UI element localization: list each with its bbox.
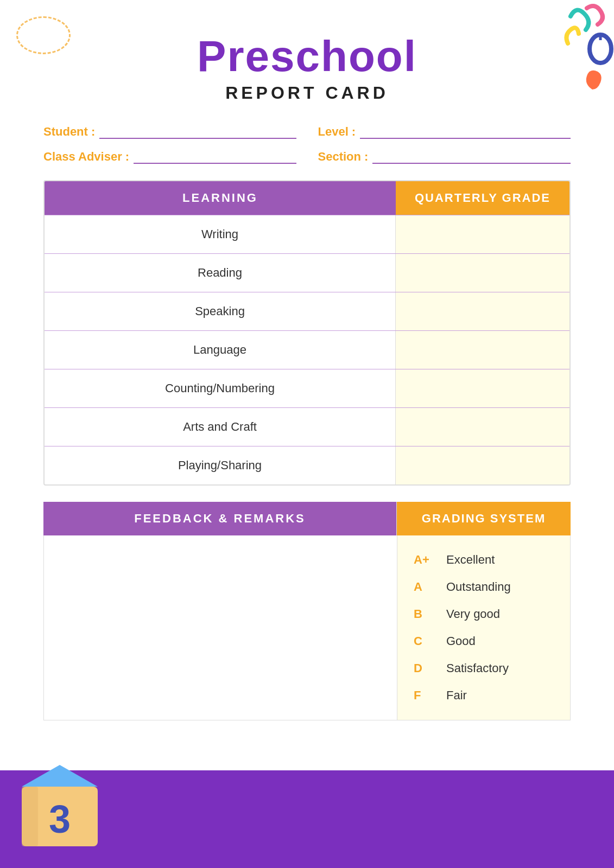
td-grade-cell <box>396 369 569 407</box>
td-grade-cell <box>396 292 569 330</box>
th-grading: GRADING SYSTEM <box>397 502 571 535</box>
td-grade-cell <box>396 331 569 369</box>
grade-rows: A+ Excellent A Outstanding B Very good C… <box>414 546 554 709</box>
student-line <box>99 126 296 139</box>
td-grade-cell <box>396 215 569 253</box>
table-row: Speaking <box>45 292 569 330</box>
grade-desc: Good <box>446 634 476 648</box>
grade-letter: B <box>414 607 435 621</box>
td-subject: Counting/Numbering <box>45 369 396 407</box>
level-row: Level : <box>318 125 571 139</box>
section-label: Section : <box>318 150 369 164</box>
grade-row: C Good <box>414 628 554 655</box>
th-feedback: FEEDBACK & REMARKS <box>43 502 397 535</box>
grade-desc: Satisfactory <box>446 661 509 675</box>
grade-desc: Outstanding <box>446 580 511 594</box>
grade-letter: C <box>414 634 435 648</box>
grade-row: D Satisfactory <box>414 655 554 682</box>
grade-letter: D <box>414 661 435 675</box>
table-row: Reading <box>45 253 569 292</box>
td-grade-cell <box>396 446 569 484</box>
grade-desc: Excellent <box>446 553 495 567</box>
svg-marker-3 <box>22 765 98 787</box>
td-subject: Arts and Craft <box>45 408 396 446</box>
grade-row: F Fair <box>414 682 554 709</box>
table-row: Language <box>45 330 569 369</box>
feedback-body <box>43 535 397 720</box>
grade-row: A+ Excellent <box>414 546 554 573</box>
feedback-col: FEEDBACK & REMARKS <box>43 502 397 720</box>
grade-desc: Very good <box>446 607 500 621</box>
td-subject: Language <box>45 331 396 369</box>
section-row: Section : <box>318 150 571 164</box>
info-section: Student : Class Adviser : Level : Sectio… <box>43 125 571 164</box>
table-row: Playing/Sharing <box>45 446 569 484</box>
grading-body: A+ Excellent A Outstanding B Very good C… <box>397 535 571 720</box>
td-subject: Speaking <box>45 292 396 330</box>
adviser-label: Class Adviser : <box>43 150 129 164</box>
learning-rows: Writing Reading Speaking Language Counti… <box>45 215 569 484</box>
grade-row: B Very good <box>414 601 554 628</box>
deco-top-right <box>484 0 614 119</box>
grade-letter: F <box>414 688 435 703</box>
learning-header-row: LEARNING QUARTERLY GRADE <box>45 181 569 215</box>
grade-letter: A <box>414 580 435 594</box>
deco-cloud <box>16 16 71 54</box>
page: Preschool REPORT CARD Student : Class Ad… <box>0 0 614 868</box>
adviser-line <box>134 151 296 164</box>
td-subject: Playing/Sharing <box>45 446 396 484</box>
svg-text:3: 3 <box>49 797 71 841</box>
section-line <box>372 151 571 164</box>
student-row: Student : <box>43 125 296 139</box>
th-learning: LEARNING <box>45 181 396 215</box>
grade-row: A Outstanding <box>414 573 554 601</box>
td-grade-cell <box>396 408 569 446</box>
th-grade: QUARTERLY GRADE <box>396 181 569 215</box>
info-col-right: Level : Section : <box>318 125 571 164</box>
td-subject: Writing <box>45 215 396 253</box>
grade-desc: Fair <box>446 688 467 703</box>
level-line <box>360 126 571 139</box>
table-row: Arts and Craft <box>45 407 569 446</box>
table-row: Counting/Numbering <box>45 369 569 407</box>
adviser-row: Class Adviser : <box>43 150 296 164</box>
table-row: Writing <box>45 215 569 253</box>
learning-table: LEARNING QUARTERLY GRADE Writing Reading… <box>43 180 571 486</box>
info-col-left: Student : Class Adviser : <box>43 125 296 164</box>
td-subject: Reading <box>45 254 396 292</box>
learning-table-wrapper: LEARNING QUARTERLY GRADE Writing Reading… <box>43 180 571 486</box>
td-grade-cell <box>396 254 569 292</box>
bottom-section: FEEDBACK & REMARKS GRADING SYSTEM A+ Exc… <box>43 502 571 720</box>
svg-rect-4 <box>22 787 38 846</box>
level-label: Level : <box>318 125 356 139</box>
grading-col: GRADING SYSTEM A+ Excellent A Outstandin… <box>397 502 571 720</box>
grade-letter: A+ <box>414 553 435 567</box>
toy-block: 3 <box>11 754 109 852</box>
student-label: Student : <box>43 125 95 139</box>
